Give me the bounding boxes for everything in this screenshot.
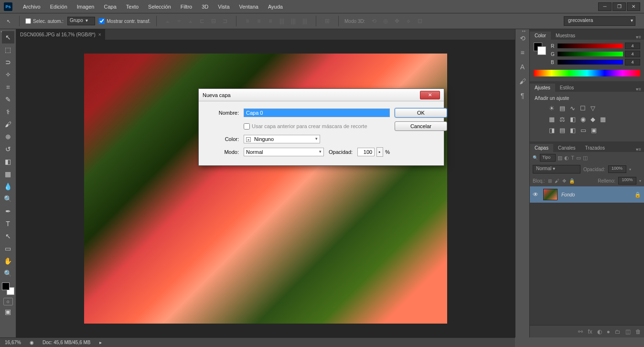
quick-mask-button[interactable]: ○ (3, 298, 13, 305)
align-hcenter-icon[interactable]: ⊟ (208, 16, 219, 26)
properties-panel-icon[interactable]: ≡ (517, 47, 528, 58)
document-tab[interactable]: DSCN0066.JPG al 16,7% (RGB/8*) × (16, 29, 105, 40)
filter-shape-icon[interactable]: ▭ (576, 155, 581, 161)
b-slider[interactable] (558, 60, 623, 65)
show-transform-checkbox[interactable]: Mostrar contr. transf. (99, 18, 150, 24)
foreground-color[interactable] (2, 282, 10, 290)
layer-name[interactable]: Fondo (561, 192, 631, 197)
group-icon[interactable]: 🗀 (615, 328, 621, 335)
layer-fx-icon[interactable]: fx (588, 328, 592, 335)
g-value[interactable]: 4 (625, 51, 640, 57)
align-left-icon[interactable]: ⊏ (197, 16, 207, 26)
menu-imagen[interactable]: Imagen (72, 4, 99, 10)
doc-size-status[interactable]: Doc: 45,6 MB/45,6 MB (43, 340, 91, 345)
layer-fill-input[interactable]: 100% (618, 177, 636, 184)
blend-mode-select[interactable]: Normal ▾ (533, 165, 580, 174)
exposure-status-icon[interactable]: ◉ (30, 340, 34, 345)
r-value[interactable]: 4 (625, 43, 640, 49)
3d-pan-icon[interactable]: ✥ (392, 16, 402, 26)
stamp-tool[interactable]: ⊕ (2, 130, 14, 143)
tab-color[interactable]: Color (530, 32, 551, 40)
blur-tool[interactable]: 💧 (2, 180, 14, 193)
3d-slide-icon[interactable]: ⟡ (403, 16, 414, 26)
curves-icon[interactable]: ∿ (570, 105, 575, 112)
lock-position-icon[interactable]: ✥ (562, 178, 566, 184)
brush-tool[interactable]: 🖌 (2, 118, 14, 130)
type-tool[interactable]: T (2, 217, 14, 230)
screen-mode-button[interactable]: ▣ (2, 305, 14, 318)
character-panel-icon[interactable]: A (517, 62, 528, 72)
spectrum-bar[interactable] (534, 70, 640, 76)
path-select-tool[interactable]: ↖ (2, 230, 14, 242)
dialog-titlebar[interactable]: Nueva capa ✕ (199, 89, 444, 101)
panel-grip-icon[interactable]: ▸▸ (522, 29, 527, 34)
tab-channels[interactable]: Canales (553, 144, 580, 152)
workspace-select[interactable]: grecovalera▾ (564, 16, 635, 26)
menu-edicion[interactable]: Edición (45, 4, 72, 10)
pen-tool[interactable]: ✒ (2, 205, 14, 217)
layer-visibility-icon[interactable]: 👁 (533, 191, 539, 198)
layer-thumbnail[interactable] (543, 189, 558, 200)
lock-all-icon[interactable]: 🔒 (569, 178, 575, 184)
history-panel-icon[interactable]: ⟲ (517, 33, 528, 43)
rectangle-tool[interactable]: ▭ (2, 242, 14, 255)
menu-texto[interactable]: Texto (121, 4, 143, 10)
distribute-hcenter-icon[interactable]: ||| (288, 16, 299, 26)
vibrance-icon[interactable]: ▽ (590, 105, 595, 112)
marquee-tool[interactable]: ⬚ (2, 43, 14, 56)
menu-3d[interactable]: 3D (197, 4, 213, 10)
layer-name-input[interactable] (244, 108, 390, 117)
photo-filter-icon[interactable]: ◉ (580, 116, 586, 123)
brightness-icon[interactable]: ☀ (549, 105, 555, 112)
channel-mixer-icon[interactable]: ◆ (590, 116, 595, 123)
color-panel-swatch[interactable] (534, 43, 546, 55)
fill-adjust-icon[interactable]: ● (607, 328, 610, 335)
distribute-top-icon[interactable]: ≡ (242, 16, 253, 26)
tab-styles[interactable]: Estilos (555, 84, 579, 92)
hue-icon[interactable]: ▦ (549, 116, 555, 123)
eyedropper-tool[interactable]: ✎ (2, 93, 14, 106)
lasso-tool[interactable]: ⊃ (2, 56, 14, 68)
blend-mode-dialog-select[interactable]: Normal (244, 148, 324, 156)
menu-archivo[interactable]: Archivo (18, 4, 45, 10)
selective-color-icon[interactable]: ▣ (591, 127, 597, 134)
opacity-stepper[interactable]: ▸ (376, 147, 383, 157)
align-top-icon[interactable]: ⫠ (162, 16, 173, 26)
adjust-panel-menu-icon[interactable]: ▾≡ (633, 87, 644, 92)
tab-adjustments[interactable]: Ajustes (530, 84, 555, 92)
distribute-right-icon[interactable]: ||| (300, 16, 310, 26)
lock-pixels-icon[interactable]: 🖌 (555, 178, 559, 184)
3d-orbit-icon[interactable]: ⟲ (369, 16, 379, 26)
canvas-viewport[interactable] (16, 40, 515, 337)
menu-ayuda[interactable]: Ayuda (263, 4, 288, 10)
tab-layers[interactable]: Capas (530, 144, 553, 152)
layer-color-select[interactable]: × Ninguno (244, 135, 320, 143)
lookup-icon[interactable]: ▦ (600, 116, 606, 123)
distribute-bottom-icon[interactable]: ≡ (265, 16, 276, 26)
b-value[interactable]: 4 (625, 59, 640, 65)
healing-tool[interactable]: ⚕ (2, 106, 14, 118)
menu-capa[interactable]: Capa (99, 4, 121, 10)
distribute-left-icon[interactable]: ||| (277, 16, 287, 26)
layers-panel-menu-icon[interactable]: ▾≡ (633, 147, 644, 152)
group-select[interactable]: Grupo ▾ (67, 17, 95, 25)
crop-tool[interactable]: ⌗ (2, 81, 14, 93)
dodge-tool[interactable]: 🔍 (2, 193, 14, 205)
eraser-tool[interactable]: ◧ (2, 155, 14, 168)
menu-seleccion[interactable]: Selección (143, 4, 176, 10)
threshold-icon[interactable]: ◧ (570, 127, 576, 134)
balance-icon[interactable]: ⚖ (559, 116, 565, 123)
gradient-map-icon[interactable]: ▭ (580, 127, 586, 134)
history-brush-tool[interactable]: ↺ (2, 143, 14, 155)
align-bottom-icon[interactable]: ⫠ (185, 16, 196, 26)
close-button[interactable]: ✕ (627, 2, 640, 11)
maximize-button[interactable]: ❐ (612, 2, 626, 11)
g-slider[interactable] (558, 52, 623, 56)
zoom-tool[interactable]: 🔍 (2, 267, 14, 280)
levels-icon[interactable]: ▤ (559, 105, 565, 112)
magic-wand-tool[interactable]: ✧ (2, 68, 14, 81)
menu-filtro[interactable]: Filtro (176, 4, 197, 10)
link-layers-icon[interactable]: ⚯ (578, 328, 583, 335)
use-previous-mask-checkbox[interactable]: Usar capa anterior para crear máscara de… (244, 123, 390, 130)
dialog-close-button[interactable]: ✕ (420, 91, 440, 99)
